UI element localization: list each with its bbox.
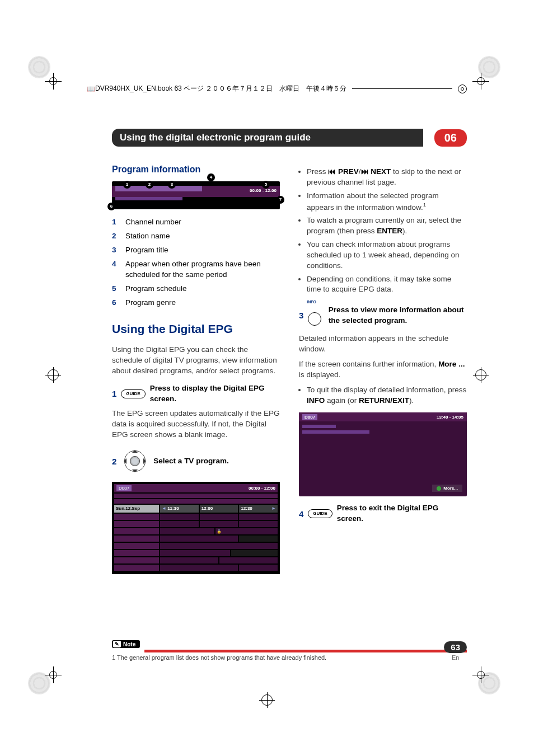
more-button: More... (432, 485, 462, 492)
chapter-title: Using the digital electronic program gui… (112, 129, 423, 147)
info-label: INFO (307, 300, 316, 304)
bullet-list-1: Press ⏮ PREV/⏭ NEXT to skip to the next … (307, 167, 467, 295)
chapter-number: 06 (434, 129, 467, 147)
step-1-body: The EPG screen updates automatically if … (112, 408, 280, 440)
bullet-quit-info: To quit the display of detailed informat… (307, 385, 467, 406)
guide-button-icon-2: GUIDE (308, 509, 332, 518)
crop-mark-bl (45, 666, 62, 683)
program-info-screenshot: 1 2 3 4 5 6 7 00:00 - 12:00 (112, 181, 280, 209)
epg-intro-text: Using the Digital EPG you can check the … (112, 345, 280, 377)
crop-mark-tr (472, 73, 489, 90)
step-1: 1 GUIDE Press to display the Digital EPG… (112, 383, 280, 440)
registration-mark-bottom (261, 694, 273, 706)
step-3-body: Detailed information appears in the sche… (299, 334, 467, 355)
page-number: 63 (444, 641, 467, 653)
crop-mark-tl (45, 73, 62, 90)
step-3-more: If the screen contains further informati… (299, 359, 467, 381)
chapter-bar: Using the digital electronic program gui… (112, 129, 467, 147)
header-text: DVR940HX_UK_EN.book 63 ページ ２００６年７月１２日 水曜… (95, 84, 346, 93)
program-info-heading: Program information (112, 163, 280, 176)
program-info-time: 00:00 - 12:00 (250, 187, 277, 194)
footnote-text: 1 The general program list does not show… (112, 654, 467, 661)
step-3-number: 3 (299, 309, 303, 321)
language-code: En (444, 654, 467, 661)
step-4-title: Press to exit the Digital EPG screen. (337, 503, 467, 524)
step-3-title: Press to view more information about the… (329, 305, 467, 326)
pencil-icon: ✎ (113, 641, 121, 647)
footnote-area: ✎ Note 1 The general program list does n… (112, 638, 467, 661)
crop-mark-br (472, 666, 489, 683)
step-2-title: Select a TV program. (153, 456, 228, 467)
step-2-number: 2 (112, 456, 116, 467)
step-4: 4 GUIDE Press to exit the Digital EPG sc… (299, 503, 467, 524)
step-1-title: Press to display the Digital EPG screen. (150, 383, 280, 405)
step-2: 2 Select a TV program. (112, 447, 280, 475)
epg-channel: D007 (116, 485, 132, 491)
registration-mark-left (48, 369, 59, 381)
left-column: Program information 1 2 3 4 5 6 7 00:00 … (112, 163, 280, 574)
bullet-info-window: Information about the selected program a… (307, 191, 467, 213)
callout-4: 4 (207, 173, 215, 181)
guide-button-icon: GUIDE (121, 389, 145, 398)
using-digital-epg-heading: Using the Digital EPG (112, 321, 280, 337)
bullet-enter: To watch a program currently on air, sel… (307, 215, 467, 237)
epg-grid-screenshot: D007 00:00 - 12:00 Sun.12.Sep ◄ 11:30 12… (112, 482, 280, 574)
callout-6: 6 (107, 203, 115, 210)
target-icon (458, 84, 467, 93)
registration-mark-right (475, 369, 486, 381)
step-3: 3 INFO Press to view more information ab… (299, 302, 467, 406)
bullet-week-ahead: You can check information about programs… (307, 240, 467, 271)
bullet-acquire-time: Depending on conditions, it may take som… (307, 274, 467, 295)
callout-7: 7 (277, 196, 284, 204)
detail-time: 13:40 - 14:05 (437, 414, 463, 420)
footnote-rule (144, 650, 467, 652)
detail-channel: D007 (302, 414, 317, 420)
right-column: Press ⏮ PREV/⏭ NEXT to skip to the next … (299, 163, 467, 574)
epg-time-range: 00:00 - 12:00 (249, 485, 275, 491)
running-header: 📖 DVR940HX_UK_EN.book 63 ページ ２００６年７月１２日 … (87, 84, 467, 93)
note-label: ✎ Note (112, 640, 140, 648)
nav-pad-icon (121, 447, 149, 475)
page-body: Using the digital electronic program gui… (112, 129, 467, 650)
bullet-prev-next: Press ⏮ PREV/⏭ NEXT to skip to the next … (307, 167, 467, 188)
step-1-number: 1 (112, 388, 116, 400)
step-4-number: 4 (299, 508, 303, 520)
book-icon: 📖 (87, 85, 95, 93)
program-detail-screenshot: D007 13:40 - 14:05 More... (299, 412, 467, 496)
page-number-block: 63 En (444, 641, 467, 661)
epg-date: Sun.12.Sep (114, 505, 159, 512)
callout-legend: 1Channel number 2Station name 3Program t… (112, 217, 280, 308)
info-button-icon (308, 312, 321, 326)
